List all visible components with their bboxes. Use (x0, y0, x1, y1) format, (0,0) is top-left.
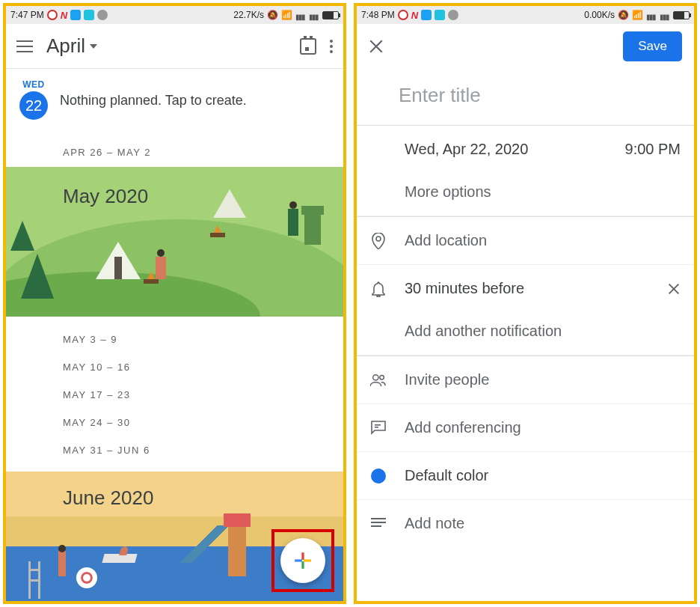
signal-icon-2 (660, 11, 670, 19)
svg-rect-1 (301, 561, 304, 569)
create-fab[interactable] (280, 538, 325, 583)
notes-icon (370, 516, 387, 532)
plus-icon (293, 551, 313, 570)
notification-label: 30 minutes before (405, 280, 649, 297)
signal-icon-2 (309, 11, 319, 19)
wifi-icon: 📶 (632, 10, 643, 20)
calendar-screen: 7:47 PM N 22.7K/s 🔕 📶 April WED (3, 3, 346, 604)
svg-rect-2 (295, 559, 302, 561)
svg-rect-8 (371, 518, 386, 519)
invite-label: Invite people (405, 371, 681, 388)
event-form-screen: 7:48 PM N 0.00K/s 🔕 📶 Save Enter title W… (354, 3, 697, 604)
signal-icon (646, 11, 657, 19)
day-number: 22 (19, 91, 48, 120)
n-app-icon: N (411, 10, 418, 21)
month-banner-title: June 2020 (63, 486, 153, 510)
close-icon[interactable] (369, 39, 384, 54)
n-app-icon: N (61, 10, 67, 21)
status-bar: 7:47 PM N 22.7K/s 🔕 📶 (6, 6, 343, 24)
status-time: 7:47 PM (10, 10, 44, 20)
wifi-icon: 📶 (281, 10, 292, 20)
week-range: MAY 24 – 30 (63, 409, 343, 436)
status-bar: 7:48 PM N 0.00K/s 🔕 📶 (357, 6, 694, 24)
twitter-icon (421, 10, 432, 20)
location-label: Add location (405, 232, 681, 249)
opera-icon (398, 10, 408, 20)
may-banner: May 2020 (6, 167, 343, 317)
remove-notification-icon[interactable] (667, 282, 681, 296)
dnd-icon: 🔕 (267, 10, 278, 20)
net-speed: 0.00K/s (584, 10, 615, 20)
today-icon[interactable] (300, 38, 316, 55)
month-banner-title: May 2020 (63, 185, 148, 208)
color-swatch-icon (370, 468, 387, 484)
notification-row[interactable]: 30 minutes before (357, 265, 694, 312)
twitter-icon (70, 10, 81, 20)
week-range: APR 26 – MAY 2 (6, 133, 343, 167)
add-notification-row[interactable]: Add another notification (357, 312, 694, 356)
app-icon (435, 10, 445, 20)
svg-rect-9 (371, 522, 386, 523)
datetime-row[interactable]: Wed, Apr 22, 2020 9:00 PM (357, 126, 694, 173)
event-time[interactable]: 9:00 PM (625, 141, 681, 158)
app-icon (84, 10, 94, 20)
conferencing-row[interactable]: Add conferencing (357, 404, 694, 452)
app-icon-grey (448, 10, 458, 20)
empty-day-tap[interactable]: Nothing planned. Tap to create. (60, 79, 247, 120)
battery-icon (673, 11, 690, 19)
net-speed: 22.7K/s (233, 10, 264, 20)
bell-icon (370, 281, 387, 297)
svg-rect-10 (371, 525, 381, 527)
month-selector[interactable]: April (46, 34, 97, 58)
day-row: WED 22 Nothing planned. Tap to create. (6, 69, 343, 133)
svg-point-4 (373, 374, 378, 379)
event-date[interactable]: Wed, Apr 22, 2020 (405, 141, 607, 158)
week-range: MAY 10 – 16 (63, 353, 343, 381)
day-of-week: WED (22, 79, 45, 90)
spacer (370, 141, 387, 158)
svg-rect-7 (375, 427, 378, 428)
chat-icon (370, 420, 387, 436)
note-row[interactable]: Add note (357, 500, 694, 547)
form-header: Save (357, 24, 694, 69)
week-list: MAY 3 – 9 MAY 10 – 16 MAY 17 – 23 MAY 24… (6, 317, 343, 472)
color-row[interactable]: Default color (357, 452, 694, 500)
signal-icon (295, 11, 306, 19)
status-time: 7:48 PM (361, 10, 395, 20)
svg-rect-6 (375, 424, 381, 426)
battery-icon (322, 11, 339, 19)
people-icon (370, 372, 387, 388)
color-label: Default color (405, 467, 681, 484)
title-input[interactable]: Enter title (357, 69, 694, 126)
chevron-down-icon (90, 44, 97, 49)
month-label: April (46, 34, 85, 58)
note-label: Add note (405, 515, 681, 532)
svg-rect-3 (304, 559, 311, 561)
day-chip[interactable]: WED 22 (19, 79, 48, 120)
opera-icon (47, 10, 58, 20)
more-options-label: More options (405, 183, 681, 201)
conferencing-label: Add conferencing (405, 419, 681, 436)
location-pin-icon (370, 233, 387, 249)
svg-rect-0 (301, 552, 304, 560)
agenda-scroll[interactable]: WED 22 Nothing planned. Tap to create. A… (6, 69, 343, 601)
week-range: MAY 17 – 23 (63, 381, 343, 409)
week-range: MAY 31 – JUN 6 (63, 436, 343, 464)
hamburger-icon[interactable] (16, 40, 33, 52)
app-header: April (6, 24, 343, 69)
dnd-icon: 🔕 (618, 10, 629, 20)
save-button[interactable]: Save (623, 31, 682, 61)
more-icon[interactable] (330, 40, 333, 53)
week-range: MAY 3 – 9 (63, 326, 343, 353)
invite-row[interactable]: Invite people (357, 356, 694, 404)
app-icon-grey (97, 10, 108, 20)
add-notification-label: Add another notification (405, 323, 681, 340)
fab-highlight (271, 529, 334, 592)
location-row[interactable]: Add location (357, 217, 694, 265)
more-options-row[interactable]: More options (357, 173, 694, 216)
svg-point-5 (380, 375, 384, 379)
